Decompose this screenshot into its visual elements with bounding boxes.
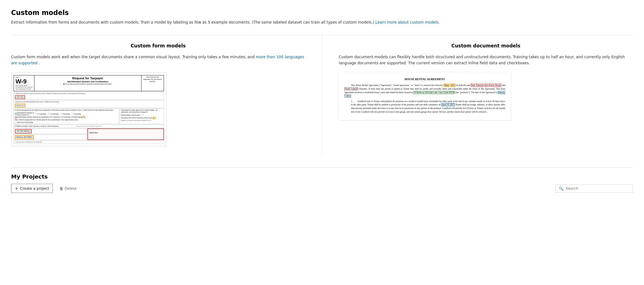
custom-form-models-title: Custom form models bbox=[11, 43, 305, 49]
w9-form-number: W-9 bbox=[16, 78, 32, 85]
w9-name-field: John Doe bbox=[15, 95, 25, 99]
trash-icon: 🗑 bbox=[59, 186, 63, 191]
doc-title: HOUSE RENTAL AGREEMENT bbox=[344, 77, 505, 82]
models-section: Custom form models Custom form models wo… bbox=[11, 35, 633, 154]
w9-requester-field: Jamie Doe bbox=[87, 128, 164, 140]
w9-form-preview: Form W-9 Rev. October 2018 Department of… bbox=[11, 73, 166, 146]
search-icon: 🔍 bbox=[559, 186, 564, 191]
tenant5: Sarah Cantrel bbox=[344, 87, 358, 90]
my-projects-title: My Projects bbox=[11, 173, 633, 180]
plus-icon: + bbox=[15, 186, 18, 191]
search-input[interactable] bbox=[566, 186, 629, 190]
create-project-button[interactable]: + Create a project bbox=[11, 184, 53, 193]
page-title: Custom models bbox=[11, 9, 633, 17]
w9-business-field: Arctex Inc bbox=[15, 104, 25, 108]
page-description: Extract information from forms and docum… bbox=[11, 19, 633, 25]
custom-form-models-description: Custom form models work well when the ta… bbox=[11, 54, 305, 66]
custom-form-models-column: Custom form models Custom form models wo… bbox=[11, 35, 322, 154]
custom-document-models-description: Custom document models can flexibly hand… bbox=[339, 54, 633, 66]
my-projects-section: My Projects + Create a project 🗑 Delete … bbox=[11, 167, 633, 196]
tenant1: Sam Zamora bbox=[471, 84, 483, 87]
landlord2: LLC bbox=[450, 84, 456, 87]
commencement-date: April 02 2021 bbox=[441, 103, 455, 106]
w9-address-field: 100 Test Address bbox=[15, 129, 32, 133]
address2: Salt Lake City bbox=[429, 91, 443, 94]
custom-document-models-column: Custom document models Custom document m… bbox=[322, 35, 633, 154]
address3: Utah 84158 bbox=[443, 91, 455, 94]
custom-document-models-title: Custom document models bbox=[339, 43, 633, 49]
learn-more-link[interactable]: Learn more about custom models. bbox=[375, 20, 440, 24]
delete-button[interactable]: 🗑 Delete bbox=[57, 185, 79, 192]
tenant2: inc bbox=[484, 84, 488, 87]
address1: 19 Bellevue Dr bbox=[413, 91, 428, 94]
landlord1: Opay bbox=[444, 84, 449, 87]
w9-title: Request for Taxpayer bbox=[36, 76, 140, 80]
rental-doc-preview: HOUSE RENTAL AGREEMENT This House Rental… bbox=[339, 73, 511, 120]
tenant3: Garry Byrne bbox=[489, 84, 501, 87]
w9-city-field: Bellevue WA 98004 bbox=[15, 135, 34, 139]
search-box: 🔍 bbox=[555, 184, 633, 193]
projects-toolbar: + Create a project 🗑 Delete 🔍 bbox=[11, 184, 633, 196]
